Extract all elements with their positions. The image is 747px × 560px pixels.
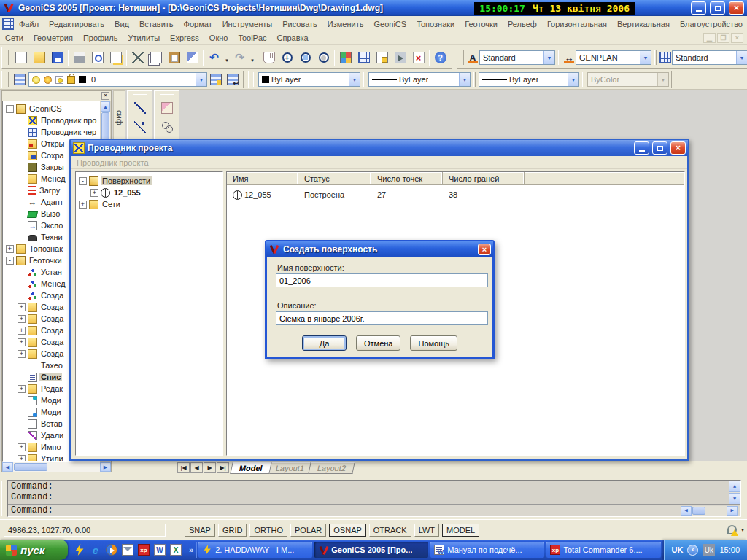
palette-tree-item[interactable]: Проводник про	[3, 114, 99, 126]
ie-icon[interactable]	[90, 544, 101, 556]
menu-item[interactable]: Инструменты	[217, 20, 278, 28]
menu-item[interactable]: Окно	[204, 34, 233, 42]
pan-button[interactable]	[260, 49, 278, 67]
construction-line-icon[interactable]	[134, 121, 146, 133]
start-button[interactable]: пуск	[0, 540, 68, 560]
toggle-polar[interactable]: POLAR	[290, 524, 326, 537]
dim-style-combo[interactable]: GENPLAN ▼	[576, 50, 651, 65]
menu-item[interactable]: Сети	[0, 34, 28, 42]
expand-icon[interactable]: +	[18, 315, 26, 323]
toolbar-grip[interactable]	[160, 94, 174, 96]
expand-icon[interactable]: +	[90, 189, 98, 197]
menu-item[interactable]: Утилиты	[123, 34, 165, 42]
project-explorer-menu[interactable]: Проводник проекта	[71, 156, 687, 169]
menu-item[interactable]: Файл	[14, 20, 44, 28]
publish-button[interactable]	[107, 49, 125, 67]
toolbar-grip[interactable]	[133, 94, 147, 96]
sheet-set-button[interactable]	[336, 49, 355, 67]
tab-next-icon[interactable]	[204, 462, 216, 473]
px-close-button[interactable]: ×	[670, 141, 686, 155]
excel-icon[interactable]	[170, 544, 182, 556]
chevron-down-icon[interactable]: ▼	[640, 51, 651, 64]
mdi-minimize-icon[interactable]: ▁	[703, 33, 716, 43]
table-style-combo[interactable]: Standard ▼	[672, 50, 747, 65]
redo-button[interactable]	[231, 49, 249, 67]
toolbar-grip[interactable]	[363, 72, 365, 87]
toolbar-grip[interactable]	[582, 72, 584, 87]
toggle-otrack[interactable]: OTRACK	[369, 524, 411, 537]
project-explorer-title-bar[interactable]: Проводник проекта ×	[71, 140, 688, 156]
toggle-lwt[interactable]: LWT	[414, 524, 439, 537]
status-menu-arrow-icon[interactable]: ▾	[741, 526, 744, 533]
toggle-ortho[interactable]: ORTHO	[249, 524, 287, 537]
tab-last-icon[interactable]	[217, 462, 229, 473]
copy-button[interactable]	[147, 49, 165, 67]
column-header[interactable]: Число точек	[371, 172, 443, 184]
toggle-model[interactable]: MODEL	[442, 524, 479, 537]
menu-item[interactable]: Благоустройство	[675, 20, 747, 28]
taskbar-task[interactable]: Total Commander 6....	[546, 542, 660, 558]
scroll-up-icon[interactable]: ▲	[101, 101, 110, 112]
toolbar-grip[interactable]	[253, 72, 255, 87]
chevron-down-icon[interactable]: ▼	[543, 51, 554, 64]
dropdown-arrow-icon[interactable]: ▾	[249, 50, 256, 66]
line-icon[interactable]	[134, 102, 146, 114]
px-tree-item[interactable]: +Сети	[76, 198, 222, 210]
zoom-realtime-button[interactable]	[278, 49, 296, 67]
expand-icon[interactable]: +	[79, 201, 87, 209]
linetype-combo[interactable]: ByLayer ▼	[368, 72, 471, 87]
make-object-layer-button[interactable]	[208, 72, 224, 88]
column-header[interactable]: Имя	[227, 172, 298, 184]
palette-close-icon[interactable]: ×	[101, 92, 109, 100]
cancel-button[interactable]: Отмена	[356, 335, 400, 351]
open-button[interactable]	[30, 49, 48, 67]
table-button[interactable]	[355, 49, 373, 67]
menu-item[interactable]: GeoniCS	[368, 20, 411, 28]
palette-tree-item[interactable]: Проводник чер	[3, 126, 99, 138]
winamp-icon[interactable]	[74, 544, 85, 556]
media-player-icon[interactable]	[106, 544, 117, 556]
layer-previous-button[interactable]	[225, 72, 241, 88]
expand-icon[interactable]: +	[18, 303, 26, 311]
layer-combo[interactable]: 0 ▼	[28, 72, 207, 87]
bulb-icon[interactable]	[32, 76, 40, 84]
menu-item[interactable]: Вертикальная	[612, 20, 675, 28]
command-area-grip[interactable]	[1, 481, 4, 516]
dim-style-icon[interactable]	[563, 52, 575, 63]
toggle-grid[interactable]: GRID	[218, 524, 247, 537]
chevron-down-icon[interactable]: ▼	[196, 73, 206, 86]
expand-icon[interactable]: +	[18, 327, 26, 335]
expand-icon[interactable]: +	[18, 350, 26, 358]
dialog-close-button[interactable]: ×	[478, 244, 491, 255]
erase-icon[interactable]	[161, 102, 173, 114]
send-button[interactable]	[391, 49, 409, 67]
column-header[interactable]: Число граней	[443, 172, 525, 184]
menu-item[interactable]: Справка	[272, 34, 314, 42]
menu-item[interactable]: Изменить	[322, 20, 369, 28]
command-vertical-scrollbar[interactable]: ▲ ▼	[729, 481, 740, 505]
table-row[interactable]: 12_055Построена2738	[227, 188, 684, 201]
menu-item[interactable]: Express	[165, 34, 204, 42]
palette-tree-item[interactable]: -GeoniCS	[3, 103, 99, 114]
restore-button[interactable]	[710, 1, 725, 15]
outlook-icon[interactable]	[122, 544, 133, 556]
tab-layout2[interactable]: Layout2	[308, 462, 355, 474]
scroll-left-icon[interactable]: ◀	[681, 506, 692, 516]
collapse-icon[interactable]: -	[6, 105, 14, 113]
table-style-icon[interactable]	[659, 52, 671, 63]
px-tree-item[interactable]: -Поверхности	[76, 175, 222, 187]
coordinates-readout[interactable]: 4986.23, 1027.70, 0.00	[4, 524, 166, 537]
delete-xref-button[interactable]	[409, 49, 427, 67]
scrollbar-thumb[interactable]	[692, 507, 705, 515]
copy-object-icon[interactable]	[161, 121, 173, 133]
toolbar-grip[interactable]	[7, 50, 9, 65]
help-button[interactable]: Помощь	[410, 335, 457, 351]
close-button[interactable]: ×	[729, 1, 744, 15]
tab-first-icon[interactable]	[177, 462, 190, 473]
tray-clock[interactable]: 15:00	[719, 545, 740, 554]
menu-item[interactable]: Рельеф	[503, 20, 542, 28]
taskbar-task[interactable]: 2. HADDAWAY - I M...	[198, 542, 312, 558]
dropdown-arrow-icon[interactable]: ▾	[223, 50, 231, 66]
plot-button[interactable]	[70, 49, 88, 67]
text-style-icon[interactable]	[467, 52, 479, 63]
